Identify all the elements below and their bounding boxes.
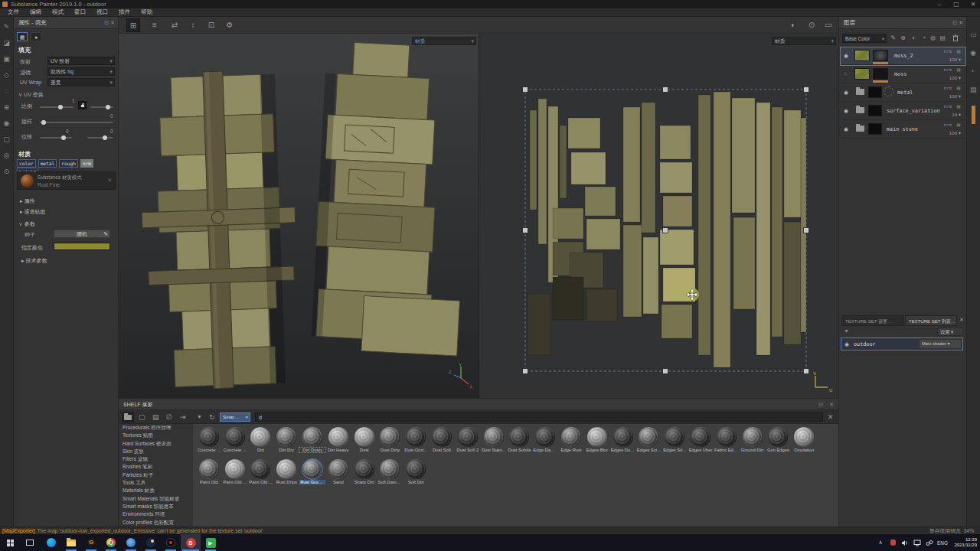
shelf-item-dust-dirty[interactable]: Dust Dirty xyxy=(377,427,403,452)
material-mode-box[interactable]: Substance 材质模式 Rust Fine ✕ xyxy=(17,171,116,190)
hide-resources-icon[interactable]: ∅ xyxy=(166,412,172,422)
blend-channel-select[interactable]: Base Color▾ xyxy=(842,34,887,43)
shelf-item-dust-soft[interactable]: Dust Soft xyxy=(429,427,455,452)
shelf-item-concrete-[interactable]: Concrete ... xyxy=(196,427,222,452)
split-view-icon[interactable]: ⊞ xyxy=(126,18,140,32)
clear-search-icon[interactable]: ✕ xyxy=(828,412,834,422)
channel-maps-section[interactable]: ▸ 通道贴图 xyxy=(20,208,45,216)
filter-icon[interactable]: ▼ xyxy=(844,328,849,334)
add-fill-layer-icon[interactable]: ◐ xyxy=(912,34,916,41)
tab-material-preview[interactable]: ● xyxy=(31,32,41,41)
close-panel-icon[interactable]: ✕ xyxy=(110,20,115,25)
task-view-button[interactable] xyxy=(20,534,40,551)
close-panel-icon[interactable]: ✕ xyxy=(829,399,834,410)
save-resources-icon[interactable]: ▤ xyxy=(152,412,159,422)
shelf-category-hard[interactable]: Hard Surfaces 硬表面 xyxy=(119,440,192,448)
shelf-category-particles[interactable]: Particles 粒子 xyxy=(119,471,192,479)
eye-visible-icon[interactable]: ◉ xyxy=(844,126,848,132)
shelf-item-edge-dam-[interactable]: Edge Dam... xyxy=(532,427,558,452)
texture-set-row-outdoor[interactable]: ◉ outdoor Main shader ▾ xyxy=(841,338,962,350)
filter-funnel-icon[interactable]: ▼ xyxy=(197,412,202,422)
offset-slider-1[interactable] xyxy=(40,137,72,139)
shelf-item-fabric-edg-[interactable]: Fabric Edg... xyxy=(714,427,740,452)
layer-opacity[interactable]: 14 ▾ xyxy=(952,112,961,117)
layer-blend-mode[interactable]: nrm xyxy=(944,86,952,90)
display-settings-icon[interactable]: ▭ xyxy=(970,31,977,38)
shelf-category-skin[interactable]: Skin 皮肤 xyxy=(119,448,192,455)
add-paint-layer-icon[interactable]: ⊕ xyxy=(900,34,906,41)
menu-item-文件[interactable]: 文件 xyxy=(2,8,24,16)
tray-expand-caret[interactable]: ∧ xyxy=(874,534,887,551)
scale-slider[interactable] xyxy=(40,106,74,108)
attributes-section[interactable]: ▸ 属性 xyxy=(20,197,34,205)
clock[interactable]: 12:392021/11/29 xyxy=(949,534,977,551)
channel-button-metal[interactable]: metal xyxy=(38,159,57,168)
close-tab-icon[interactable]: ✕ xyxy=(959,317,964,323)
scroll-indicator[interactable] xyxy=(972,106,975,124)
maximize-button[interactable]: ▢ xyxy=(949,0,963,8)
shelf-item-edges-uber[interactable]: Edges Uber xyxy=(688,427,714,452)
link-tray-icon[interactable] xyxy=(923,534,936,551)
delete-layer-icon[interactable] xyxy=(952,34,959,43)
shelf-item-dirt-dusty[interactable]: Dirt Dusty xyxy=(299,427,325,452)
projection-tool-icon[interactable]: ▣ xyxy=(3,55,10,63)
shelf-item-dirt[interactable]: Dirt xyxy=(248,427,274,452)
shelf-item-paint-old[interactable]: Paint Old xyxy=(196,459,222,484)
close-button[interactable]: ✕ xyxy=(966,0,980,8)
eye-visible-icon[interactable]: ◉ xyxy=(844,341,849,347)
texture-set-settings-button[interactable]: 设置 ▾ xyxy=(937,328,963,336)
new-resource-icon[interactable]: ▢ xyxy=(139,412,145,422)
shelf-item-dust[interactable]: Dust xyxy=(351,427,377,452)
shelf-category-brushes[interactable]: Brushes 笔刷 xyxy=(119,463,192,471)
shelf-item-gun-edges[interactable]: Gun Edges xyxy=(766,427,792,452)
polygon-fill-tool-icon[interactable]: ◇ xyxy=(4,71,9,79)
shelf-category-procedurals[interactable]: Procedurals 程序纹理 xyxy=(119,424,192,432)
layer-blend-mode[interactable]: nrm xyxy=(944,104,952,109)
camera-icon[interactable]: ⊙ xyxy=(805,18,818,32)
eye-hidden-icon[interactable]: ○ xyxy=(844,71,847,77)
shelf-item-soft-dama-[interactable]: Soft Dama... xyxy=(377,459,403,484)
color-swatch[interactable] xyxy=(54,243,110,250)
shelf-category-environments[interactable]: Environments 环境 xyxy=(119,510,192,518)
shelf-category-smart[interactable]: Smart masks 智能遮罩 xyxy=(119,503,192,510)
add-folder-icon[interactable]: ▤ xyxy=(939,34,946,41)
shelf-item-edges-dusty[interactable]: Edges Dusty xyxy=(610,427,636,452)
float-panel-icon[interactable]: ⊡ xyxy=(104,20,109,25)
action-center-icon[interactable] xyxy=(977,534,980,551)
tab-texture-set-settings[interactable]: TEXTURE SET 设置… xyxy=(841,315,904,326)
shelf-item-dirt-dry[interactable]: Dirt Dry xyxy=(273,427,299,452)
scale-slider-2[interactable] xyxy=(90,106,113,108)
shelf-item-edge-rust[interactable]: Edge Rust xyxy=(558,427,584,452)
shelf-category-color[interactable]: Color profiles 色彩配置 xyxy=(119,519,192,527)
eye-visible-icon[interactable]: ◉ xyxy=(844,53,848,59)
language-indicator[interactable]: ENG xyxy=(936,534,949,551)
shelf-item-sharp-dirt[interactable]: Sharp Dirt xyxy=(351,459,377,484)
remove-chip-icon[interactable]: × xyxy=(245,413,248,421)
volume-tray-icon[interactable] xyxy=(899,534,911,551)
antivirus-tray-icon[interactable] xyxy=(887,534,899,551)
add-adjustment-icon[interactable]: ◔ xyxy=(922,34,926,41)
layer-row-moss[interactable]: ○mossnrm▤100 ▾ xyxy=(841,66,965,83)
eye-visible-icon[interactable]: ◉ xyxy=(844,108,848,114)
import-resources-icon[interactable]: ⇥ xyxy=(180,412,186,422)
shelf-item-edges-blur[interactable]: Edges Blur xyxy=(584,427,610,452)
view3d-mode-select[interactable]: 材质▾ xyxy=(412,37,476,45)
channel-button-nrm[interactable]: nrm xyxy=(80,159,93,168)
shelf-item-rust-drips[interactable]: Rust Drips xyxy=(273,459,299,484)
shelf-category-tools[interactable]: Tools 工具 xyxy=(119,479,192,487)
material-picker-tool-icon[interactable]: ◉ xyxy=(4,119,10,127)
menu-item-窗口[interactable]: 窗口 xyxy=(69,8,91,16)
menu-item-帮助[interactable]: 帮助 xyxy=(136,8,158,16)
offset-slider-2[interactable] xyxy=(87,137,113,139)
layer-opacity[interactable]: 100 ▾ xyxy=(949,130,961,135)
refresh-icon[interactable]: ↻ xyxy=(209,412,215,422)
g-app-icon[interactable]: G xyxy=(81,534,101,551)
menu-item-插件[interactable]: 插件 xyxy=(113,8,136,16)
shelf-item-dust-soft-2[interactable]: Dust Soft 2 xyxy=(455,427,481,452)
substance-painter-taskbar-icon[interactable]: S xyxy=(181,534,201,551)
close-panel-icon[interactable]: ✕ xyxy=(959,20,963,25)
network-tray-icon[interactable] xyxy=(911,534,923,551)
shelf-search-input[interactable] xyxy=(255,412,823,422)
rotation-slider[interactable] xyxy=(40,122,113,123)
add-effect-icon[interactable]: ✎ xyxy=(890,34,896,41)
